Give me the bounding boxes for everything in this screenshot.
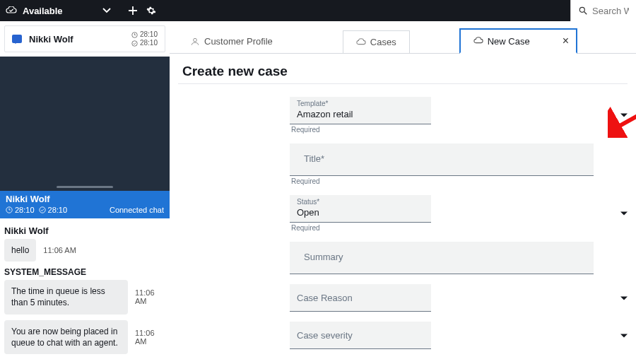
svg-point-6 [194,38,197,42]
field-label: Title* [297,146,587,171]
chat-time: 11:06 AM [43,246,76,254]
tab-bar: Customer Profile Cases New Case × [170,25,636,54]
contact-status: Connected chat [110,206,164,214]
chat-sender: Nikki Wolf [4,225,165,236]
chat-message: hello 11:06 AM [4,239,165,262]
active-contact-strip[interactable]: Nikki Wolf 28:10 28:10 Connected chat [0,191,170,218]
tab-cases[interactable]: Cases [343,30,410,53]
global-search[interactable] [570,0,636,21]
system-message-header: SYSTEM_MESSAGE [4,267,165,277]
field-label: Status* [297,198,424,206]
svg-point-3 [132,40,138,46]
agent-status-chevron-icon[interactable] [102,8,111,13]
field-label: Case severity [297,330,353,341]
svg-point-5 [39,207,45,213]
right-content: Customer Profile Cases New Case × Create… [170,21,636,364]
agent-status-dropdown[interactable]: Available [6,6,63,16]
contact-timers: 28:10 28:10 [131,30,158,47]
active-contact-name: Nikki Wolf [6,194,164,204]
contact-panel-dark [0,57,170,191]
chevron-down-icon [620,296,628,300]
contact-name: Nikki Wolf [29,34,73,45]
case-severity-field[interactable]: Case severity [290,322,636,349]
field-value: Amazon retail [297,109,424,119]
settings-button[interactable] [146,6,156,16]
chevron-down-icon [620,114,628,117]
required-label: Required [291,224,636,232]
chat-bubble: The time in queue is less than 5 minutes… [4,280,128,314]
chevron-down-icon [620,212,628,216]
status-field[interactable]: Status* Open Required [290,195,636,232]
svg-line-1 [584,12,587,15]
chat-icon [12,35,22,43]
new-case-form: Template* Amazon retail Required Title* … [170,84,636,349]
field-label: Summary [297,245,587,269]
left-sidebar: Nikki Wolf 28:10 28:10 Nikki Wolf [0,21,170,364]
tab-customer-profile[interactable]: Customer Profile [177,30,286,53]
field-label: Case Reason [297,293,353,303]
case-reason-field[interactable]: Case Reason [290,284,636,312]
template-field[interactable]: Template* Amazon retail Required [290,97,636,134]
chevron-down-icon [620,334,628,337]
tab-label: New Case [488,36,530,47]
required-label: Required [291,177,636,185]
topbar: Available [0,0,636,21]
chat-bubble: hello [4,239,36,262]
svg-point-0 [579,7,584,12]
title-field[interactable]: Title* Required [290,143,636,185]
contact-card[interactable]: Nikki Wolf 28:10 28:10 [4,25,165,52]
chat-time: 11:06 AM [135,288,165,305]
tab-label: Customer Profile [204,36,273,47]
summary-field[interactable]: Summary [290,242,636,274]
chat-bubble: You are now being placed in queue to cha… [4,320,128,354]
page-title: Create new case [182,64,636,79]
chat-time: 11:06 AM [135,329,165,346]
search-input[interactable] [592,6,629,16]
tab-new-case[interactable]: New Case × [459,28,577,54]
field-value: Open [297,207,424,218]
close-icon[interactable]: × [563,35,569,47]
active-contact-timers: 28:10 28:10 [6,206,67,214]
tab-label: Cases [370,37,396,47]
chat-transcript: Nikki Wolf hello 11:06 AM SYSTEM_MESSAGE… [0,218,170,364]
field-label: Template* [297,100,424,107]
drag-handle[interactable] [57,186,113,188]
required-label: Required [291,126,636,134]
cloud-check-icon [6,6,17,15]
chat-message: The time in queue is less than 5 minutes… [4,280,165,314]
add-button[interactable] [128,6,138,16]
agent-status-text: Available [23,6,63,16]
chat-message: You are now being placed in queue to cha… [4,320,165,354]
search-icon [578,6,588,16]
